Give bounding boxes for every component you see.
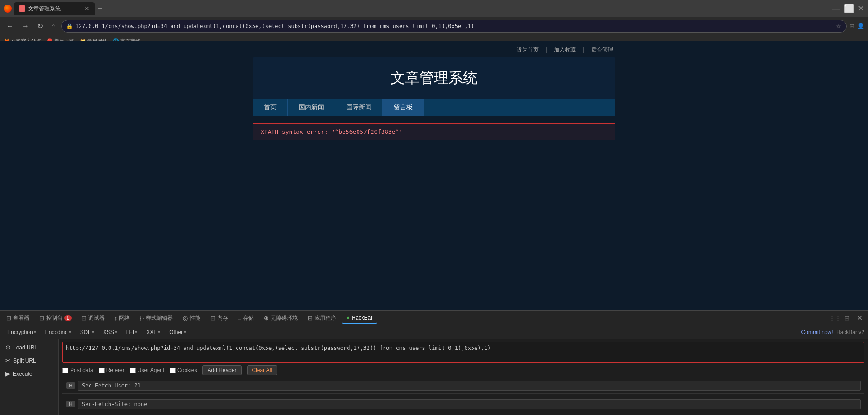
hackbar-sidebar: ⊙ Load URL ✂ Split URL ▶ Execute [0,339,59,415]
hackbar: Encryption ▾ Encoding ▾ SQL ▾ XSS ▾ LFI … [0,325,868,415]
nav-guestbook[interactable]: 留言板 [383,99,424,116]
header-value-1[interactable] [78,381,861,391]
user-avatar[interactable]: 👤 [857,23,864,29]
hackbar-version: HackBar v2 [836,329,864,335]
memory-icon: ⊡ [210,315,215,321]
refresh-button[interactable]: ↻ [34,21,46,31]
tab-favicon [19,5,25,12]
devtools-panel: ⊡ 查看器 ⊡ 控制台 1 ⊡ 调试器 ↕ 网络 {} 样式编辑器 ◎ 性能 ⊡… [0,310,868,415]
maximize-button[interactable]: ⬜ [844,4,854,14]
tab-close-button[interactable]: ✕ [84,5,90,12]
devtools-tab-memory-label: 内存 [217,314,228,322]
split-url-icon: ✂ [5,357,10,364]
title-bar: 文章管理系统 ✕ + — ⬜ ✕ [0,0,868,17]
devtools-tab-accessibility[interactable]: ⊕ 无障碍环境 [259,312,302,324]
sql-arrow: ▾ [92,330,94,335]
xxe-label: XXE [146,329,157,335]
error-badge: 1 [64,315,72,321]
sql-label: SQL [80,329,91,335]
debugger-icon: ⊡ [81,315,86,321]
browser-tab[interactable]: 文章管理系统 ✕ [14,2,95,15]
post-data-input[interactable] [62,368,68,373]
referer-input[interactable] [99,368,105,373]
forward-button[interactable]: → [19,21,32,31]
new-tab-button[interactable]: + [98,4,103,14]
devtools-tab-network[interactable]: ↕ 网络 [110,312,135,324]
devtools-tab-debugger[interactable]: ⊡ 调试器 [77,312,109,324]
application-icon: ⊞ [308,315,313,321]
cookies-input[interactable] [170,368,176,373]
close-button[interactable]: ✕ [858,4,864,14]
link-set-homepage[interactable]: 设为首页 [517,47,539,53]
extensions-button[interactable]: ⊞ [849,23,854,29]
encryption-menu[interactable]: Encryption ▾ [4,328,40,336]
user-agent-checkbox[interactable]: User Agent [130,367,164,373]
xxe-menu[interactable]: XXE ▾ [143,328,164,336]
commit-now-button[interactable]: Commit now! [801,329,833,335]
encoding-label: Encoding [45,329,68,335]
devtools-tab-inspector[interactable]: ⊡ 查看器 [2,312,34,324]
style-icon: {} [140,315,144,321]
devtools-tab-style-editor[interactable]: {} 样式编辑器 [135,312,177,324]
address-bar[interactable]: 🔒 127.0.0.1/cms/show.php?id=34 and updat… [61,20,847,33]
xpath-error-box: XPATH syntax error: '^be56e057f20f883e^' [253,123,615,140]
hackbar-main: http://127.0.0.1/cms/show.php?id=34 and … [59,339,868,415]
devtools-tab-memory[interactable]: ⊡ 内存 [206,312,233,324]
network-icon: ↕ [114,315,118,321]
link-add-bookmark[interactable]: 加入收藏 [554,47,576,53]
hackbar-toolbar: Encryption ▾ Encoding ▾ SQL ▾ XSS ▾ LFI … [0,325,868,339]
header-badge-2: H [66,401,75,407]
header-badge-1: H [66,382,75,389]
devtools-more-icon[interactable]: ⋮⋮ [829,315,841,321]
sql-menu[interactable]: SQL ▾ [76,328,98,336]
encoding-menu[interactable]: Encoding ▾ [42,328,75,336]
other-menu[interactable]: Other ▾ [166,328,190,336]
url-input[interactable]: http://127.0.0.1/cms/show.php?id=34 and … [62,342,864,363]
xss-menu[interactable]: XSS ▾ [100,328,121,336]
nav-international-news[interactable]: 国际新闻 [335,99,383,116]
load-url-label: Load URL [13,344,38,351]
encryption-label: Encryption [7,329,33,335]
load-url-button[interactable]: ⊙ Load URL [2,342,57,353]
xpath-error-message: XPATH syntax error: '^be56e057f20f883e^' [261,128,402,135]
execute-button[interactable]: ▶ Execute [2,368,57,379]
header-value-2[interactable] [78,399,861,409]
main-content: 设为首页 ｜ 加入收藏 ｜ 后台管理 文章管理系统 首页 国内新闻 国际新闻 留… [0,41,868,310]
commit-now-label: Commit now! HackBar v2 [801,329,864,335]
inspector-icon: ⊡ [6,315,11,321]
lfi-menu[interactable]: LFI ▾ [123,328,141,336]
site-title-box: 文章管理系统 [253,57,615,99]
link-admin[interactable]: 后台管理 [591,47,613,53]
split-url-button[interactable]: ✂ Split URL [2,355,57,366]
back-button[interactable]: ← [4,21,16,31]
home-button[interactable]: ⌂ [48,21,58,31]
post-data-checkbox[interactable]: Post data [62,367,93,373]
console-icon: ⊡ [39,315,44,321]
execute-label: Execute [13,371,32,377]
nav-home[interactable]: 首页 [253,99,288,116]
nav-domestic-news[interactable]: 国内新闻 [288,99,335,116]
devtools-tab-network-label: 网络 [119,314,130,322]
post-data-label: Post data [70,367,93,373]
devtools-tab-storage[interactable]: ≡ 存储 [234,312,259,324]
referer-checkbox[interactable]: Referer [99,367,124,373]
lfi-label: LFI [126,329,134,335]
tab-title: 文章管理系统 [28,5,61,13]
user-agent-input[interactable] [130,368,136,373]
lfi-arrow: ▾ [135,330,137,335]
clear-all-button[interactable]: Clear All [247,365,277,375]
bookmark-star-icon[interactable]: ☆ [836,23,842,30]
minimize-button[interactable]: — [832,4,840,14]
devtools-tab-application[interactable]: ⊞ 应用程序 [303,312,341,324]
devtools-tab-hackbar[interactable]: ● HackBar [342,312,377,324]
security-icon: 🔒 [66,23,73,29]
hackbar-options: Post data Referer User Agent Cookies A [62,365,864,375]
devtools-split-icon[interactable]: ⊟ [844,315,849,321]
cookies-checkbox[interactable]: Cookies [170,367,197,373]
hackbar-body: ⊙ Load URL ✂ Split URL ▶ Execute http://… [0,339,868,415]
devtools-tab-style-label: 样式编辑器 [146,314,173,322]
devtools-tab-console[interactable]: ⊡ 控制台 1 [35,312,76,324]
add-header-button[interactable]: Add Header [202,365,241,375]
devtools-tab-performance[interactable]: ◎ 性能 [178,312,205,324]
devtools-close-button[interactable]: ✕ [853,314,866,322]
